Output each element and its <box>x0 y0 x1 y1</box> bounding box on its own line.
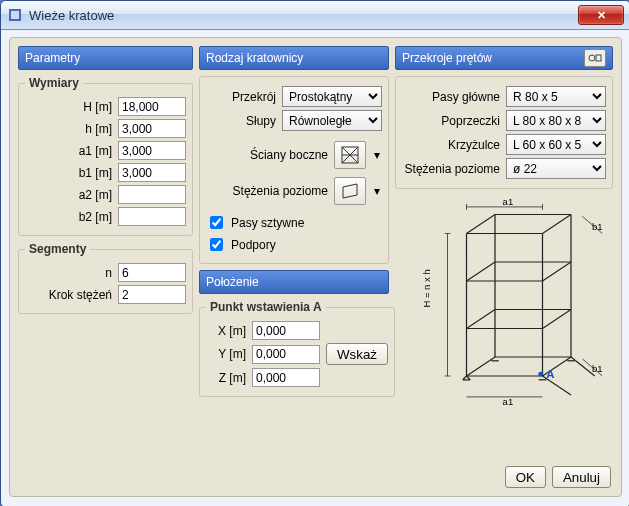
svg-text:b1: b1 <box>592 221 603 232</box>
client-area: Parametry Wymiary H [m] h [m] a1 [m] b1 … <box>9 37 622 497</box>
group-wymiary: Wymiary H [m] h [m] a1 [m] b1 [m] a2 [m]… <box>18 76 193 236</box>
header-przekroje-label: Przekroje prętów <box>402 51 492 65</box>
checkbox-podpory[interactable] <box>210 238 223 251</box>
svg-point-7 <box>589 55 595 61</box>
svg-point-45 <box>538 372 543 377</box>
svg-rect-1 <box>11 11 19 19</box>
label-a2: a2 [m] <box>25 188 112 202</box>
section-picker-button[interactable] <box>584 49 606 67</box>
ok-button[interactable]: OK <box>505 466 546 488</box>
chevron-down-icon[interactable]: ▾ <box>372 148 382 162</box>
button-stezenia-poziome[interactable] <box>334 177 366 205</box>
label-stezenia-p: Stężenia poziome <box>402 162 500 176</box>
input-a1[interactable] <box>118 141 186 160</box>
window-title: Wieże kratowe <box>29 8 578 23</box>
svg-line-29 <box>543 310 572 329</box>
svg-line-25 <box>543 262 572 281</box>
select-przekroj[interactable]: Prostokątny <box>282 86 382 107</box>
label-krzyzulce: Krzyżulce <box>402 138 500 152</box>
svg-rect-8 <box>596 55 601 61</box>
svg-text:a1: a1 <box>503 396 514 406</box>
input-a2[interactable] <box>118 185 186 204</box>
svg-text:H = n x h: H = n x h <box>421 269 432 307</box>
label-podpory: Podpory <box>231 238 276 252</box>
header-parametry: Parametry <box>18 46 193 70</box>
cancel-button[interactable]: Anuluj <box>552 466 611 488</box>
button-wskaz[interactable]: Wskaż <box>326 343 388 365</box>
input-b2[interactable] <box>118 207 186 226</box>
label-z: Z [m] <box>206 371 246 385</box>
svg-marker-6 <box>343 184 357 198</box>
input-y[interactable] <box>252 345 320 364</box>
select-poprzeczki[interactable]: L 80 x 80 x 8 <box>506 110 606 131</box>
section-icon <box>588 52 602 64</box>
label-H: H [m] <box>25 100 112 114</box>
group-punkt: Punkt wstawienia A X [m] Y [m] Wskaż Z [… <box>199 300 395 397</box>
svg-line-10 <box>467 357 496 376</box>
label-przekroj: Przekrój <box>206 90 276 104</box>
input-b1[interactable] <box>118 163 186 182</box>
input-H[interactable] <box>118 97 186 116</box>
dialog-buttons: OK Anuluj <box>505 466 611 488</box>
chevron-down-icon[interactable]: ▾ <box>372 184 382 198</box>
label-y: Y [m] <box>206 347 246 361</box>
label-poprzeczki: Poprzeczki <box>402 114 500 128</box>
label-n: n <box>25 266 112 280</box>
brace-icon <box>340 181 360 201</box>
header-rodzaj: Rodzaj kratownicy <box>199 46 389 70</box>
close-icon: ✕ <box>597 9 606 22</box>
label-h: h [m] <box>25 122 112 136</box>
tower-diagram: a1 a1 b1 b1 H = n x h A <box>419 195 609 405</box>
select-stezenia-p[interactable]: ø 22 <box>506 158 606 179</box>
select-krzyzulce[interactable]: L 60 x 60 x 5 <box>506 134 606 155</box>
svg-line-20 <box>467 215 496 234</box>
svg-text:A: A <box>546 368 554 380</box>
app-icon <box>7 7 23 23</box>
label-krok: Krok stężeń <box>25 288 112 302</box>
legend-segmenty: Segmenty <box>25 242 90 256</box>
svg-text:a1: a1 <box>503 196 514 207</box>
button-sciany-boczne[interactable] <box>334 141 366 169</box>
label-b2: b2 [m] <box>25 210 112 224</box>
label-x: X [m] <box>206 324 246 338</box>
label-a1: a1 [m] <box>25 144 112 158</box>
close-button[interactable]: ✕ <box>578 5 624 25</box>
checkbox-pasy-sztywne[interactable] <box>210 216 223 229</box>
svg-line-28 <box>467 310 496 329</box>
group-segmenty: Segmenty n Krok stężeń <box>18 242 193 314</box>
select-pasy-glowne[interactable]: R 80 x 5 <box>506 86 606 107</box>
titlebar: Wieże kratowe ✕ <box>1 1 629 30</box>
dialog-window: Wieże kratowe ✕ Parametry Wymiary H [m] … <box>0 0 629 506</box>
select-slupy[interactable]: Równoległe <box>282 110 382 131</box>
input-n[interactable] <box>118 263 186 282</box>
label-pasy-glowne: Pasy główne <box>402 90 500 104</box>
svg-line-21 <box>543 215 572 234</box>
lattice-wall-icon <box>340 145 360 165</box>
header-przekroje: Przekroje prętów <box>395 46 613 70</box>
input-h[interactable] <box>118 119 186 138</box>
label-b1: b1 [m] <box>25 166 112 180</box>
label-slupy: Słupy <box>206 114 276 128</box>
header-polozenie: Położenie <box>199 270 389 294</box>
input-x[interactable] <box>252 321 320 340</box>
svg-text:b1: b1 <box>592 363 603 374</box>
input-z[interactable] <box>252 368 320 387</box>
input-krok[interactable] <box>118 285 186 304</box>
label-sciany: Ściany boczne <box>206 148 328 162</box>
label-pasy-sztywne: Pasy sztywne <box>231 216 304 230</box>
label-stezenia: Stężenia poziome <box>206 184 328 198</box>
svg-line-24 <box>467 262 496 281</box>
legend-punkt: Punkt wstawienia A <box>206 300 326 314</box>
legend-wymiary: Wymiary <box>25 76 83 90</box>
